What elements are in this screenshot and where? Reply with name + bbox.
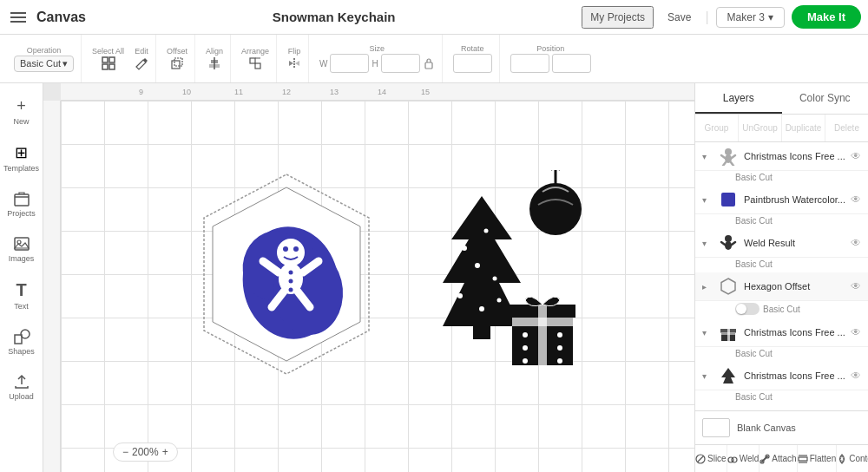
zoom-in-icon[interactable]: + bbox=[162, 446, 168, 458]
svg-point-53 bbox=[523, 358, 528, 364]
size-group: Size W H bbox=[312, 35, 443, 82]
layer-item[interactable]: ▾ Paintbrush Watercolor... 👁 bbox=[695, 186, 868, 214]
svg-point-50 bbox=[557, 332, 562, 338]
layer-name: Hexagon Offset bbox=[744, 281, 845, 292]
edit-btn[interactable]: Edit bbox=[131, 45, 152, 72]
sidebar-item-new[interactable]: + New bbox=[3, 90, 41, 133]
sidebar-item-shapes[interactable]: Shapes bbox=[3, 321, 41, 363]
slice-button[interactable]: Slice bbox=[695, 445, 727, 472]
hamburger-menu[interactable] bbox=[7, 9, 30, 26]
svg-rect-5 bbox=[174, 58, 182, 66]
blank-canvas-label: Blank Canvas bbox=[737, 423, 796, 433]
gift-thumb bbox=[719, 323, 738, 342]
arrange-btn[interactable]: Arrange bbox=[238, 45, 273, 72]
flip-icon bbox=[287, 56, 301, 70]
svg-rect-48 bbox=[512, 318, 573, 326]
hexagon-group[interactable] bbox=[195, 170, 378, 382]
visibility-icon[interactable]: 👁 bbox=[851, 193, 861, 206]
svg-point-15 bbox=[17, 240, 21, 244]
save-button[interactable]: Save bbox=[661, 8, 698, 27]
bottom-actions: Slice Weld Attach bbox=[695, 444, 868, 472]
offset-btn[interactable]: Offset bbox=[163, 45, 191, 72]
make-it-button[interactable]: Make It bbox=[792, 5, 861, 29]
weld-button[interactable]: Weld bbox=[727, 445, 760, 472]
expand-icon: ▾ bbox=[702, 371, 713, 381]
layer-item[interactable]: ▸ Hexagon Offset 👁 bbox=[695, 272, 868, 301]
expand-icon: ▾ bbox=[702, 152, 713, 161]
weld-result-thumb bbox=[719, 233, 738, 252]
align-btn[interactable]: Align bbox=[202, 45, 227, 72]
expand-icon: ▾ bbox=[702, 195, 713, 205]
svg-point-31 bbox=[289, 288, 293, 292]
canvas-grid[interactable]: − 200% + bbox=[61, 101, 694, 472]
svg-point-32 bbox=[283, 246, 288, 252]
horizontal-ruler: 9 10 11 12 13 14 15 bbox=[61, 83, 694, 101]
svg-line-64 bbox=[721, 242, 725, 245]
layer-thumbnail bbox=[718, 322, 739, 343]
my-projects-button[interactable]: My Projects bbox=[582, 6, 654, 29]
layer-item[interactable]: ▾ Christmas Icons Free ... 👁 bbox=[695, 362, 868, 390]
size-field[interactable]: Size W H bbox=[316, 43, 438, 75]
select-all-btn[interactable]: Select All bbox=[89, 45, 128, 72]
x-input[interactable] bbox=[510, 54, 549, 73]
sidebar-item-images[interactable]: Images bbox=[3, 228, 41, 270]
rotate-input[interactable] bbox=[453, 54, 492, 73]
operation-selector[interactable]: Operation Basic Cut ▾ bbox=[10, 44, 77, 74]
width-input[interactable] bbox=[330, 54, 369, 73]
sidebar-item-templates[interactable]: ⊞ Templates bbox=[3, 136, 41, 180]
images-icon bbox=[13, 235, 30, 252]
attach-button[interactable]: Attach bbox=[760, 445, 797, 472]
rotate-field[interactable]: Rotate bbox=[450, 43, 496, 75]
lock-icon[interactable] bbox=[423, 57, 435, 69]
delete-button[interactable]: Delete bbox=[825, 115, 868, 141]
svg-point-44 bbox=[529, 183, 582, 235]
layer-item[interactable]: ▾ Weld Result 👁 bbox=[695, 229, 868, 258]
svg-rect-13 bbox=[15, 194, 29, 206]
svg-rect-4 bbox=[172, 61, 180, 69]
layers-list: ▾ Christmas Icons Free ... 👁 Basic Cut bbox=[695, 142, 868, 410]
christmas-icons-group[interactable] bbox=[425, 170, 616, 416]
visibility-icon[interactable]: 👁 bbox=[851, 280, 861, 292]
position-field[interactable]: Position bbox=[507, 43, 595, 75]
visibility-icon[interactable]: 👁 bbox=[851, 370, 861, 382]
height-input[interactable] bbox=[381, 54, 420, 73]
flip-btn[interactable]: Flip bbox=[284, 45, 305, 72]
contour-icon bbox=[837, 454, 847, 464]
layer-item[interactable]: ▾ Christmas Icons Free ... 👁 bbox=[695, 142, 868, 171]
basic-cut-btn[interactable]: Basic Cut ▾ bbox=[14, 56, 74, 72]
svg-line-59 bbox=[723, 162, 726, 166]
visibility-icon[interactable]: 👁 bbox=[851, 326, 861, 338]
flatten-button[interactable]: Flatten bbox=[798, 445, 838, 472]
toggle-switch[interactable] bbox=[735, 303, 760, 315]
layer-thumbnail bbox=[718, 233, 739, 253]
visibility-icon[interactable]: 👁 bbox=[851, 150, 861, 162]
tab-layers[interactable]: Layers bbox=[695, 83, 782, 114]
sidebar-item-text[interactable]: T Text bbox=[3, 273, 41, 318]
layer-sub: Basic Cut bbox=[728, 347, 868, 362]
layer-sub: Basic Cut bbox=[728, 390, 868, 405]
group-button[interactable]: Group bbox=[695, 115, 739, 141]
svg-line-65 bbox=[732, 242, 735, 245]
select-all-icon bbox=[102, 56, 115, 70]
svg-point-49 bbox=[523, 332, 528, 338]
svg-rect-7 bbox=[211, 60, 218, 63]
svg-point-30 bbox=[289, 279, 293, 284]
layer-sub: Basic Cut bbox=[728, 214, 868, 229]
tab-color-sync[interactable]: Color Sync bbox=[782, 83, 869, 114]
duplicate-button[interactable]: Duplicate bbox=[782, 115, 825, 141]
canvas-label: Canvas bbox=[36, 10, 86, 25]
sidebar-item-upload[interactable]: Upload bbox=[3, 366, 41, 408]
svg-point-52 bbox=[557, 345, 562, 351]
machine-selector[interactable]: Maker 3 ▾ bbox=[716, 7, 785, 28]
zoom-out-icon[interactable]: − bbox=[122, 446, 128, 458]
ungroup-button[interactable]: UnGroup bbox=[739, 115, 782, 141]
svg-point-37 bbox=[475, 263, 480, 268]
visibility-icon[interactable]: 👁 bbox=[851, 237, 861, 249]
svg-rect-9 bbox=[250, 58, 255, 63]
sidebar-item-projects[interactable]: Projects bbox=[3, 183, 41, 225]
y-input[interactable] bbox=[552, 54, 591, 73]
layer-item[interactable]: ▾ Christmas Icons Free ... 👁 bbox=[695, 318, 868, 347]
contour-button[interactable]: Contour bbox=[837, 445, 868, 472]
canvas-area[interactable]: 9 10 11 12 13 14 15 bbox=[43, 83, 694, 472]
arrange-icon bbox=[248, 56, 262, 70]
